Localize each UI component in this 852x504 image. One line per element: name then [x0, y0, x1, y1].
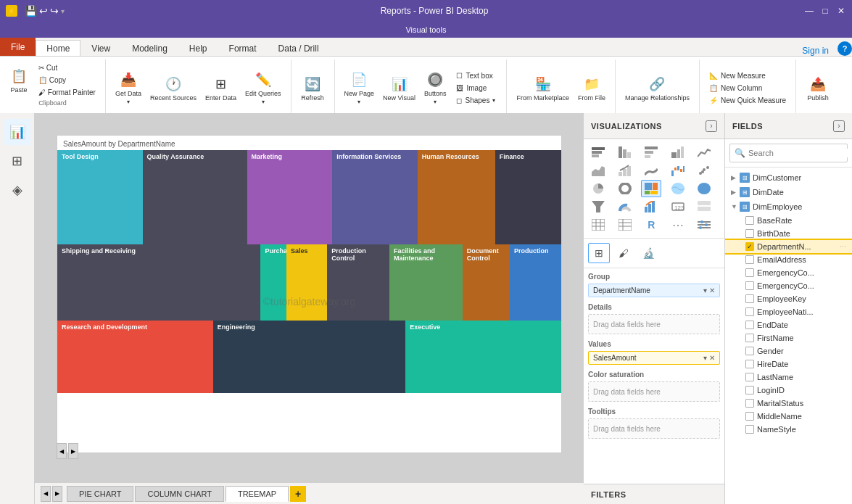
textbox-button[interactable]: ☐ Text box [452, 70, 499, 81]
paste-button[interactable]: 📋 Paste [6, 62, 32, 98]
ribbon-icon-btn[interactable] [641, 162, 661, 179]
format-tab-btn[interactable]: 🖌 [613, 243, 634, 263]
departmentn-checkbox[interactable]: ✓ [745, 242, 754, 251]
tab-column-chart[interactable]: COLUMN CHART [135, 486, 223, 502]
get-data-button[interactable]: 📥 Get Data▾ [112, 69, 145, 107]
field-emergencyco1[interactable]: EmergencyCo... [725, 266, 852, 279]
field-lastname[interactable]: LastName [725, 371, 852, 384]
gender-checkbox[interactable] [745, 347, 754, 355]
field-maritalstatus[interactable]: MaritalStatus [725, 397, 852, 410]
new-quick-measure-button[interactable]: ⚡ New Quick Measure [706, 95, 790, 106]
tooltips-drop[interactable]: Drag data fields here [588, 418, 720, 439]
line-cluster-icon-btn[interactable] [615, 162, 635, 179]
viz-expand-btn[interactable]: › [706, 120, 717, 132]
matrix-icon-btn[interactable] [615, 216, 635, 234]
tab-home[interactable]: Home [36, 40, 80, 56]
tab-view[interactable]: View [80, 40, 121, 56]
group-chip-remove[interactable]: ▾ ✕ [703, 286, 715, 294]
filled-map-icon-btn[interactable] [694, 180, 714, 197]
scroll-left-btn[interactable]: ◀ [57, 443, 67, 459]
stacked-bar-h-icon-btn[interactable] [641, 144, 661, 161]
field-emergencyco2[interactable]: EmergencyCo... [725, 279, 852, 292]
treemap-block-human-resources[interactable]: Human Resources [418, 150, 495, 244]
tab-help[interactable]: Help [178, 40, 218, 56]
signin-link[interactable]: Sign in [793, 46, 837, 56]
close-btn[interactable]: ✕ [836, 6, 846, 16]
minimize-btn[interactable]: — [804, 6, 814, 16]
treemap-block-document-control[interactable]: Document Control [463, 244, 510, 321]
treemap-block-shipping[interactable]: Shipping and Receiving [57, 244, 260, 321]
values-chip-remove[interactable]: ▾ ✕ [703, 354, 715, 362]
hiredate-checkbox[interactable] [745, 360, 754, 368]
sidebar-relationships-icon[interactable]: ◈ [4, 177, 30, 203]
table-icon-btn[interactable] [588, 216, 608, 234]
sidebar-report-icon[interactable]: 📊 [4, 119, 30, 145]
image-button[interactable]: 🖼 Image [452, 83, 499, 94]
area-chart-icon-btn[interactable] [588, 162, 608, 179]
baserate-checkbox[interactable] [745, 216, 754, 225]
save-btn[interactable]: 💾 [25, 5, 37, 17]
enddate-checkbox[interactable] [745, 321, 754, 329]
treemap-block-finance[interactable]: Finance [495, 150, 561, 244]
manage-relationships-button[interactable]: 🔗 Manage Relationships [621, 73, 693, 104]
maritalstatus-checkbox[interactable] [745, 399, 754, 408]
custom-visual-icon-btn[interactable]: ⋯ [668, 216, 688, 234]
card-icon-btn[interactable]: 123 [668, 198, 688, 215]
from-file-button[interactable]: 📁 From File [574, 73, 609, 104]
gauge-icon-btn[interactable] [615, 198, 635, 215]
treemap-block-marketing[interactable]: Marketing [247, 150, 333, 244]
field-namestyle[interactable]: NameStyle [725, 423, 852, 436]
help-icon[interactable]: ? [837, 41, 852, 56]
fields-search-input[interactable] [748, 149, 848, 157]
fields-expand-btn[interactable]: › [833, 120, 845, 132]
field-group-dimcustomer[interactable]: ▶ ⊞ DimCustomer [725, 170, 852, 185]
values-chip[interactable]: SalesAmount ▾ ✕ [588, 351, 720, 365]
field-emailaddress[interactable]: EmailAddress [725, 253, 852, 266]
redo-btn[interactable]: ↪ [50, 5, 59, 17]
treemap-block-executive[interactable]: Executive [405, 321, 561, 393]
copy-button[interactable]: 📋 Copy [35, 75, 99, 86]
treemap-block-tool-design[interactable]: Tool Design [57, 150, 143, 244]
treemap-block-quality-assurance[interactable]: Quality Assurance [143, 150, 247, 244]
tab-pie-chart[interactable]: PIE CHART [67, 486, 133, 502]
fields-tab-btn[interactable]: ⊞ [588, 243, 610, 263]
field-departmentn[interactable]: ✓ DepartmentN... ⋯ [725, 240, 852, 253]
r-script-icon-btn[interactable]: R [641, 216, 661, 234]
new-page-button[interactable]: 📄 New Page▾ [341, 69, 379, 107]
namestyle-checkbox[interactable] [745, 425, 754, 434]
field-hiredate[interactable]: HireDate [725, 358, 852, 371]
scatter-icon-btn[interactable] [694, 162, 714, 179]
add-tab-button[interactable]: + [290, 486, 306, 502]
field-group-dimdate[interactable]: ▶ ⊞ DimDate [725, 185, 852, 199]
treemap-block-production[interactable]: Production [510, 244, 561, 321]
field-group-dimemployee[interactable]: ▼ ⊞ DimEmployee [725, 199, 852, 214]
field-gender[interactable]: Gender [725, 344, 852, 358]
shapes-button[interactable]: ◻ Shapes▾ [452, 95, 499, 106]
canvas-inner[interactable]: SalesAmount by DepartmentName ≡ ⤢ ⋯ Tool… [57, 135, 562, 453]
lastname-checkbox[interactable] [745, 373, 754, 381]
kpi-icon-btn[interactable] [641, 198, 661, 215]
field-employeekey[interactable]: EmployeeKey [725, 292, 852, 305]
maximize-btn[interactable]: □ [820, 6, 830, 16]
pie-chart-icon-btn[interactable] [588, 180, 608, 197]
map-icon-btn[interactable] [668, 180, 688, 197]
from-marketplace-button[interactable]: 🏪 From Marketplace [513, 73, 573, 104]
multirow-card-icon-btn[interactable] [694, 198, 714, 215]
new-column-button[interactable]: 📋 New Column [706, 83, 790, 94]
emergencyco1-checkbox[interactable] [745, 268, 754, 277]
departmentn-more-icon[interactable]: ⋯ [840, 243, 846, 250]
emailaddress-checkbox[interactable] [745, 255, 754, 264]
field-enddate[interactable]: EndDate [725, 318, 852, 331]
new-visual-button[interactable]: 📊 New Visual [379, 73, 419, 104]
group-chip[interactable]: DepartmentName ▾ ✕ [588, 284, 720, 297]
treemap-block-research[interactable]: Research and Development [57, 321, 213, 393]
edit-queries-button[interactable]: ✏️ Edit Queries▾ [241, 69, 285, 107]
treemap-block-facilities[interactable]: Facilities and Maintenance [389, 244, 463, 321]
buttons-button[interactable]: 🔘 Buttons▾ [421, 69, 450, 107]
tab-file[interactable]: File [0, 37, 36, 56]
tab-scroll-left[interactable]: ◀ [41, 486, 51, 502]
field-loginid[interactable]: LoginID [725, 384, 852, 397]
field-baserate[interactable]: BaseRate [725, 214, 852, 227]
treemap-block-engineering[interactable]: Engineering [213, 321, 405, 393]
tab-format[interactable]: Format [218, 40, 268, 56]
